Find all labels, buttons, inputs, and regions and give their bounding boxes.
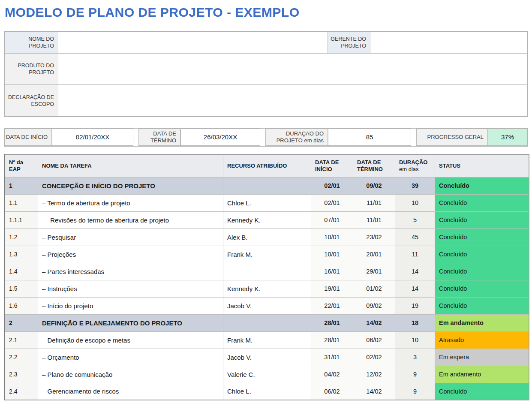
project-product-row: PRODUTO DO PROJETO (5, 53, 527, 84)
scope-statement-field[interactable] (58, 85, 527, 116)
task-name-cell: – Instruções (38, 280, 223, 297)
header-end-date: DATA DE TÉRMINO (353, 154, 395, 177)
end-date-cell: 29/01 (353, 263, 395, 280)
task-name-cell: – Orçamento (38, 349, 223, 366)
summary-gap (411, 129, 416, 146)
project-name-label: NOME DO PROJETO (5, 32, 58, 53)
project-manager-field[interactable] (370, 32, 527, 53)
end-date-cell: 02/02 (353, 349, 395, 366)
wbs-cell: 1.4 (5, 263, 38, 280)
scope-statement-label: DECLARAÇÃO DE ESCOPO (5, 85, 58, 116)
wbs-cell: 2 (5, 314, 38, 331)
status-cell: Atrasado (435, 331, 529, 349)
end-date-cell: 11/01 (353, 194, 395, 211)
project-product-label: PRODUTO DO PROJETO (5, 54, 58, 84)
start-date-cell: 02/01 (311, 177, 353, 194)
duration-cell: 9 (395, 366, 435, 383)
start-date-cell: 04/02 (311, 366, 353, 383)
table-row: 1 CONCEPÇÃO E INÍCIO DO PROJETO 02/01 09… (5, 177, 529, 194)
resource-cell: Frank M. (223, 331, 311, 349)
resource-cell (223, 314, 311, 331)
end-date-cell: 09/02 (353, 297, 395, 314)
start-date-cell: 02/01 (311, 194, 353, 211)
project-name-field[interactable] (58, 32, 328, 53)
task-table-header: Nº da EAP NOME DA TAREFA RECURSO ATRIBUÍ… (5, 154, 529, 177)
resource-cell (223, 263, 311, 280)
wbs-cell: 1.1 (5, 194, 38, 211)
header-duration: DURAÇÃO em dias (395, 154, 435, 177)
start-date-cell: 31/01 (311, 349, 353, 366)
task-name-cell: – Início do projeto (38, 297, 223, 314)
overall-progress-value: 37% (488, 129, 527, 146)
resource-cell: Chloe L. (223, 383, 311, 400)
status-cell: Concluído (435, 194, 529, 211)
duration-cell: 14 (395, 263, 435, 280)
project-duration-label: DURAÇÃO DO PROJETO em dias (265, 129, 328, 146)
table-row: 1.2 – Pesquisar Alex B. 10/01 23/02 45 C… (5, 229, 529, 246)
start-date-cell: 28/01 (311, 331, 353, 349)
table-row: 1.4 – Partes interessadas 16/01 29/01 14… (5, 263, 529, 280)
task-name-cell: CONCEPÇÃO E INÍCIO DO PROJETO (38, 177, 223, 194)
start-date-cell: 19/01 (311, 280, 353, 297)
project-product-field[interactable] (58, 54, 527, 84)
table-row: 2.1 – Definição de escopo e metas Frank … (5, 331, 529, 349)
duration-cell: 45 (395, 229, 435, 246)
start-date-cell: 07/01 (311, 211, 353, 229)
header-duration-unit: em dias (399, 166, 431, 173)
start-date-value[interactable]: 02/01/20XX (52, 129, 133, 146)
resource-cell: Alex B. (223, 229, 311, 246)
status-cell: Concluído (435, 177, 529, 194)
wbs-cell: 1.2 (5, 229, 38, 246)
task-name-cell: – Definição de escopo e metas (38, 331, 223, 349)
end-date-cell: 06/02 (353, 331, 395, 349)
task-name-cell: – Gerenciamento de riscos (38, 383, 223, 400)
resource-cell (223, 177, 311, 194)
end-date-cell: 20/01 (353, 246, 395, 263)
resource-cell: Jacob V. (223, 297, 311, 314)
resource-cell: Kennedy K. (223, 280, 311, 297)
table-row: 1.3 – Projeções Frank M. 10/01 20/01 11 … (5, 246, 529, 263)
duration-cell: 14 (395, 280, 435, 297)
wbs-cell: 2.4 (5, 383, 38, 400)
task-name-cell: – Termo de abertura de projeto (38, 194, 223, 211)
end-date-cell: 14/02 (353, 314, 395, 331)
task-name-cell: DEFINIÇÃO E PLANEJAMENTO DO PROJETO (38, 314, 223, 331)
start-date-cell: 16/01 (311, 263, 353, 280)
task-name-cell: – Pesquisar (38, 229, 223, 246)
duration-cell: 11 (395, 246, 435, 263)
summary-gap (133, 129, 138, 146)
wbs-cell: 2.1 (5, 331, 38, 349)
duration-cell: 3 (395, 349, 435, 366)
wbs-cell: 2.3 (5, 366, 38, 383)
task-table: Nº da EAP NOME DA TAREFA RECURSO ATRIBUÍ… (4, 154, 529, 400)
status-cell: Concluído (435, 263, 529, 280)
end-date-value[interactable]: 26/03/20XX (180, 129, 260, 146)
start-date-label: DATA DE INÍCIO (5, 129, 52, 146)
task-name-cell: – Plano de comunicação (38, 366, 223, 383)
project-plan-page: MODELO DE PLANO DE PROJETO - EXEMPLO NOM… (0, 0, 532, 400)
resource-cell: Kennedy K. (223, 211, 311, 229)
project-duration-value[interactable]: 85 (328, 129, 411, 146)
start-date-cell: 10/01 (311, 229, 353, 246)
status-cell: Concluído (435, 297, 529, 314)
table-row: 1.1.1 — Revisões do termo de abertura de… (5, 211, 529, 229)
project-summary-bar: DATA DE INÍCIO 02/01/20XX DATA DE TÉRMIN… (4, 128, 528, 147)
table-row: 1.6 – Início do projeto Jacob V. 22/01 0… (5, 297, 529, 314)
summary-gap (260, 129, 265, 146)
page-title: MODELO DE PLANO DE PROJETO - EXEMPLO (5, 4, 528, 21)
status-cell: Concluído (435, 211, 529, 229)
status-cell: Em espera (435, 349, 529, 366)
status-cell: Em andamento (435, 366, 529, 383)
header-task-name: NOME DA TAREFA (38, 154, 223, 177)
header-resource: RECURSO ATRIBUÍDO (223, 154, 311, 177)
end-date-cell: 14/02 (353, 383, 395, 400)
task-name-cell: – Projeções (38, 246, 223, 263)
project-manager-label: GERENTE DO PROJETO (328, 32, 370, 53)
overall-progress-label: PROGRESSO GERAL (416, 129, 488, 146)
end-date-cell: 23/02 (353, 229, 395, 246)
project-info-form: NOME DO PROJETO GERENTE DO PROJETO PRODU… (4, 31, 528, 117)
status-cell: Concluído (435, 383, 529, 400)
task-name-cell: – Partes interessadas (38, 263, 223, 280)
duration-cell: 5 (395, 211, 435, 229)
table-row: 2.2 – Orçamento Jacob V. 31/01 02/02 3 E… (5, 349, 529, 366)
